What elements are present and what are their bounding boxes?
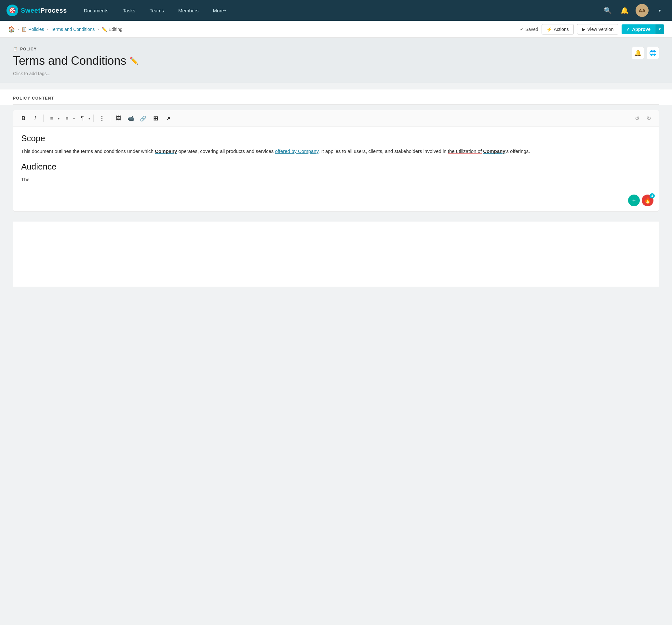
breadcrumb-home[interactable]: 🏠 — [8, 26, 15, 33]
policy-content-area: POLICY CONTENT — [0, 90, 672, 105]
breadcrumb: 🏠 › 📋 Policies › Terms and Conditions › … — [8, 26, 520, 33]
policy-content-label: POLICY CONTENT — [13, 96, 659, 105]
unordered-list-arrow[interactable]: ▾ — [73, 117, 75, 120]
approve-button[interactable]: ✓ Approve — [622, 24, 655, 34]
approve-dropdown-button[interactable]: ▾ — [655, 24, 664, 34]
breadcrumb-editing: ✏️ Editing — [101, 27, 123, 32]
scope-heading: Scope — [21, 133, 651, 143]
italic-button[interactable]: I — [30, 113, 41, 124]
notifications-button[interactable]: 🔔 — [619, 4, 630, 16]
policy-header: 📋 POLICY Terms and Conditions ✏️ Click t… — [0, 38, 672, 83]
approve-group: ✓ Approve ▾ — [622, 24, 664, 34]
undo-button[interactable]: ↺ — [631, 113, 642, 124]
nav-links: Documents Tasks Teams Members More — [77, 0, 602, 21]
more-options-button[interactable]: ⋮ — [96, 113, 107, 124]
editor-empty-space — [13, 222, 659, 287]
user-avatar[interactable]: AA — [635, 4, 649, 17]
paragraph-arrow[interactable]: ▾ — [88, 117, 91, 120]
policy-label-icon: 📋 — [13, 47, 18, 51]
insert-image-button[interactable]: 🖼 — [113, 113, 124, 124]
external-link-button[interactable]: ↗ — [162, 113, 173, 124]
breadcrumb-sep-2: › — [47, 27, 48, 31]
visibility-settings-button[interactable]: 🌐 — [647, 47, 659, 59]
nav-members[interactable]: Members — [171, 0, 206, 21]
toolbar-unordered-list-group: ≡ ▾ — [62, 113, 75, 124]
bold-button[interactable]: B — [18, 113, 29, 124]
insert-video-button[interactable]: 📹 — [125, 113, 136, 124]
grammarly-red-button[interactable]: 🔥 4 — [642, 194, 653, 206]
search-button[interactable]: 🔍 — [602, 4, 614, 16]
scope-paragraph: This document outlines the terms and con… — [21, 147, 651, 155]
saved-check-icon: ✓ — [520, 27, 524, 32]
approve-check-icon: ✓ — [626, 27, 630, 32]
top-navigation: 🎯 SweetProcess Documents Tasks Teams Mem… — [0, 0, 672, 21]
policy-label: 📋 POLICY — [13, 47, 659, 51]
toolbar-ordered-list-group: ≡ ▾ — [46, 113, 60, 124]
editor-body[interactable]: Scope This document outlines the terms a… — [13, 127, 659, 211]
ordered-list-button[interactable]: ≡ — [46, 113, 57, 124]
audience-paragraph: The — [21, 176, 651, 184]
view-version-label: View Version — [587, 27, 614, 32]
approve-label: Approve — [632, 27, 650, 32]
avatar-dropdown-arrow[interactable]: ▾ — [654, 4, 666, 16]
scope-company-1: Company — [155, 148, 177, 154]
scope-text-mid: operates, covering all products and serv… — [177, 148, 275, 154]
policy-header-actions: 🔔 🌐 — [632, 47, 659, 59]
policies-icon: 📋 — [22, 27, 27, 32]
view-version-button[interactable]: ▶ View Version — [577, 24, 619, 34]
policy-label-text: POLICY — [20, 47, 37, 51]
toolbar-sep-3 — [110, 115, 110, 122]
breadcrumb-policies-label: Policies — [28, 27, 44, 32]
saved-label-text: Saved — [525, 27, 538, 32]
scope-text-start: This document outlines the terms and con… — [21, 148, 155, 154]
lightning-icon: ⚡ — [547, 27, 552, 32]
grammarly-green-button[interactable]: + — [628, 194, 640, 206]
toolbar-sep-2 — [93, 115, 94, 122]
breadcrumb-sep-3: › — [97, 27, 99, 31]
nav-teams[interactable]: Teams — [142, 0, 171, 21]
audience-heading: Audience — [21, 162, 651, 172]
app-logo[interactable]: 🎯 SweetProcess — [6, 4, 67, 16]
play-icon: ▶ — [582, 27, 585, 32]
scope-text-mid2: . It applies to all users, clients, and … — [318, 148, 448, 154]
tags-field[interactable]: Click to add tags... — [13, 71, 659, 76]
scope-company-2: Company — [483, 148, 505, 154]
toolbar-sep-1 — [43, 115, 44, 122]
title-edit-icon[interactable]: ✏️ — [129, 56, 138, 65]
scope-text-end: 's offerings. — [505, 148, 530, 154]
policy-title: Terms and Conditions ✏️ — [13, 54, 659, 68]
unordered-list-button[interactable]: ≡ — [62, 113, 73, 124]
editing-label: Editing — [109, 27, 123, 32]
audience-text: The — [21, 177, 30, 182]
toolbar-paragraph-group: ¶ ▾ — [77, 113, 91, 124]
nav-tasks[interactable]: Tasks — [116, 0, 142, 21]
notification-settings-button[interactable]: 🔔 — [632, 47, 644, 59]
nav-more[interactable]: More — [206, 0, 233, 21]
grammarly-badge: 4 — [650, 193, 655, 199]
main-content: 📋 POLICY Terms and Conditions ✏️ Click t… — [0, 38, 672, 625]
nav-right-actions: 🔍 🔔 AA ▾ — [602, 4, 666, 17]
editing-pencil-icon: ✏️ — [101, 27, 107, 32]
logo-icon: 🎯 — [6, 4, 18, 16]
section-divider — [0, 83, 672, 90]
paragraph-button[interactable]: ¶ — [77, 113, 88, 124]
breadcrumb-policies[interactable]: 📋 Policies — [22, 27, 44, 32]
breadcrumb-sep-1: › — [18, 27, 19, 31]
editor-toolbar: B I ≡ ▾ ≡ ▾ ¶ ▾ ⋮ 🖼 📹 🔗 ⊞ ↗ — [13, 110, 659, 127]
redo-button[interactable]: ↻ — [643, 113, 654, 124]
insert-link-button[interactable]: 🔗 — [138, 113, 149, 124]
editor-container: B I ≡ ▾ ≡ ▾ ¶ ▾ ⋮ 🖼 📹 🔗 ⊞ ↗ — [13, 110, 659, 212]
scope-link-2: the utilization of — [448, 148, 482, 154]
policy-title-text: Terms and Conditions — [13, 54, 126, 68]
nav-documents[interactable]: Documents — [77, 0, 116, 21]
toolbar-undo-redo: ↺ ↻ — [631, 113, 654, 124]
editor-floating-buttons: + 🔥 4 — [628, 194, 653, 206]
breadcrumb-current-page[interactable]: Terms and Conditions — [51, 27, 95, 32]
scope-link-1[interactable]: offered by Company — [275, 148, 318, 154]
ordered-list-arrow[interactable]: ▾ — [57, 117, 60, 120]
breadcrumb-bar: 🏠 › 📋 Policies › Terms and Conditions › … — [0, 21, 672, 38]
insert-table-button[interactable]: ⊞ — [150, 113, 161, 124]
app-name: SweetProcess — [21, 7, 67, 14]
actions-button[interactable]: ⚡ Actions — [542, 24, 574, 34]
breadcrumb-actions: ✓ Saved ⚡ Actions ▶ View Version ✓ Appro… — [520, 24, 664, 34]
